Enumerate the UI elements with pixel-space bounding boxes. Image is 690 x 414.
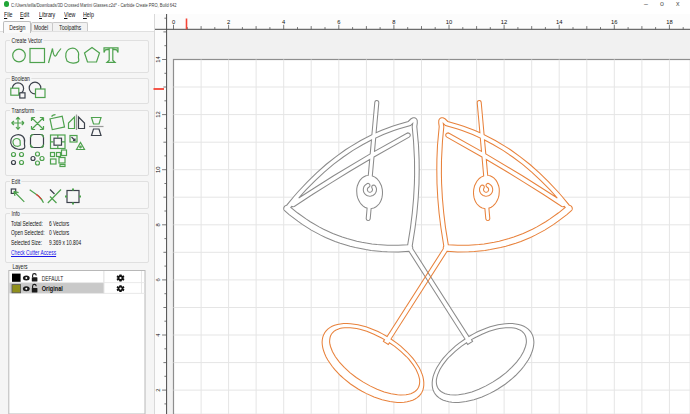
svg-text:14: 14 <box>556 19 563 25</box>
svg-text:18: 18 <box>666 19 672 25</box>
svg-text:12: 12 <box>155 111 161 117</box>
svg-text:2: 2 <box>227 19 230 25</box>
svg-text:8: 8 <box>392 19 395 25</box>
svg-text:Original: Original <box>42 285 63 293</box>
svg-text:14: 14 <box>155 56 161 63</box>
svg-text:10: 10 <box>446 19 452 25</box>
svg-text:6: 6 <box>155 278 161 281</box>
svg-text:2: 2 <box>155 388 161 391</box>
svg-text:16: 16 <box>611 19 617 25</box>
svg-text:10: 10 <box>155 166 161 172</box>
svg-text:12: 12 <box>501 19 507 25</box>
svg-text:8: 8 <box>155 223 161 226</box>
svg-text:DEFAULT: DEFAULT <box>42 275 64 282</box>
svg-text:0: 0 <box>172 19 175 25</box>
svg-text:6: 6 <box>337 19 340 25</box>
